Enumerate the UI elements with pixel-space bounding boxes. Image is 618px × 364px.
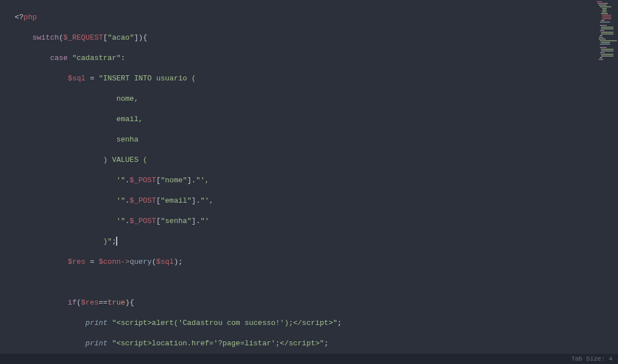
php-tag: php bbox=[24, 13, 37, 22]
gutter bbox=[0, 0, 12, 364]
var-sql: $sql bbox=[68, 74, 86, 83]
sql-field-senha: senha bbox=[116, 135, 138, 144]
minimap[interactable] bbox=[595, 0, 618, 364]
var-request: $_REQUEST bbox=[63, 33, 103, 42]
code-area[interactable]: <?php switch($_REQUEST["acao"]){ case "c… bbox=[12, 0, 618, 364]
string-cadastrar: "cadastrar" bbox=[72, 54, 121, 62]
tab-size-indicator[interactable]: Tab Size: 4 bbox=[571, 354, 612, 364]
var-res: $res bbox=[68, 258, 86, 266]
sql-values: ) VALUES ( bbox=[103, 156, 147, 164]
const-true: true bbox=[108, 298, 125, 307]
keyword-case: case bbox=[50, 54, 67, 62]
sql-field-email: email, bbox=[116, 115, 143, 123]
sql-insert: "INSERT INTO usuario ( bbox=[99, 74, 196, 83]
sql-field-nome: nome, bbox=[116, 95, 138, 103]
keyword-if: if bbox=[68, 298, 77, 307]
keyword-switch: switch bbox=[32, 33, 59, 42]
cursor bbox=[116, 237, 117, 246]
var-post-nome: $_POST bbox=[130, 176, 156, 185]
fn-print: print bbox=[86, 339, 108, 348]
string-acao: "acao" bbox=[108, 33, 134, 42]
fn-print: print bbox=[86, 319, 108, 327]
string-alert-success: "<script>alert('Cadastrou com sucesso!')… bbox=[112, 319, 338, 327]
code-editor[interactable]: <?php switch($_REQUEST["acao"]){ case "c… bbox=[0, 0, 618, 364]
var-conn: $conn bbox=[99, 258, 121, 266]
string-redirect: "<script>location.href='?page=listar';</… bbox=[112, 339, 324, 348]
fn-query: query bbox=[130, 258, 152, 266]
status-bar: Tab Size: 4 bbox=[0, 354, 618, 364]
var-post-senha: $_POST bbox=[130, 217, 156, 225]
var-post-email: $_POST bbox=[130, 196, 156, 205]
php-open-tag: <? bbox=[15, 13, 24, 22]
